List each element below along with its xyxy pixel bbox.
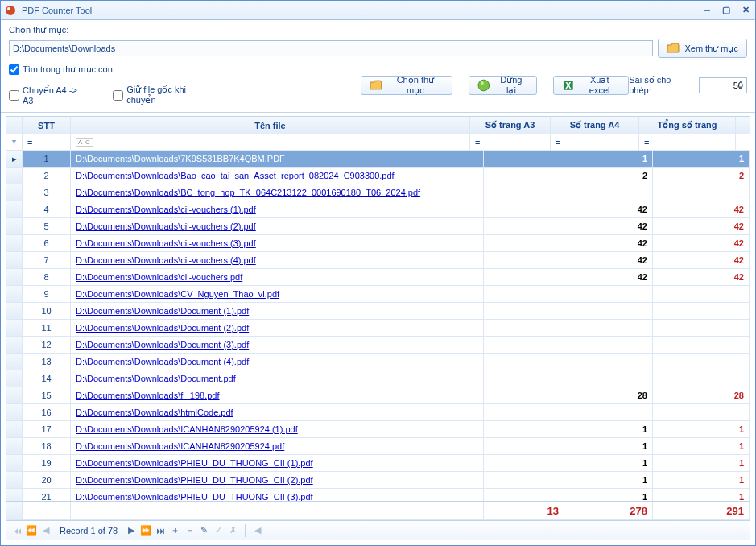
table-row[interactable]: 9D:\Documents\Downloads\CV_Nguyen_Thao_v… <box>6 286 750 303</box>
file-link[interactable]: D:\Documents\Downloads\7K9S531BB7K4QBM.P… <box>76 154 285 163</box>
table-row[interactable]: 21D:\Documents\Downloads\PHIEU_DU_THUONG… <box>6 489 750 501</box>
cell-a3 <box>484 438 564 454</box>
nav-last-button[interactable]: ⏭ <box>155 525 166 536</box>
nav-add-button[interactable]: ＋ <box>169 525 180 536</box>
export-excel-button[interactable]: X Xuất excel <box>553 76 630 95</box>
svg-point-3 <box>481 81 484 85</box>
grid-body[interactable]: ▸1D:\Documents\Downloads\7K9S531BB7K4QBM… <box>6 151 750 501</box>
col-a3-header[interactable]: Số trang A3 <box>470 117 551 134</box>
file-link[interactable]: D:\Documents\Downloads\htmlCode.pdf <box>76 407 233 417</box>
filter-total[interactable]: = <box>639 134 736 150</box>
table-row[interactable]: 6D:\Documents\Downloads\cii-vouchers (3)… <box>6 235 750 252</box>
file-link[interactable]: D:\Documents\Downloads\PHIEU_DU_THUONG_C… <box>76 492 313 501</box>
file-link[interactable]: D:\Documents\Downloads\BC_tong_hop_TK_06… <box>76 188 420 197</box>
file-link[interactable]: D:\Documents\Downloads\cii-vouchers.pdf <box>76 272 242 282</box>
minimize-button[interactable]: ─ <box>700 4 713 17</box>
filter-indicator[interactable] <box>6 134 23 150</box>
view-directory-button[interactable]: Xem thư mục <box>658 39 747 58</box>
row-indicator <box>6 252 23 268</box>
table-row[interactable]: 19D:\Documents\Downloads\PHIEU_DU_THUONG… <box>6 455 750 472</box>
file-link[interactable]: D:\Documents\Downloads\ICANHAN8290205924… <box>76 441 284 451</box>
file-link[interactable]: D:\Documents\Downloads\cii-vouchers (3).… <box>76 238 256 248</box>
stop-button[interactable]: Dừng lại <box>469 76 537 95</box>
file-link[interactable]: D:\Documents\Downloads\Document (1).pdf <box>76 306 249 316</box>
col-total-header[interactable]: Tổng số trang <box>639 117 736 134</box>
record-navigator: ⏮ ⏪ ◀ Record 1 of 78 ▶ ⏩ ⏭ ＋ － ✎ ✓ ✗ ◀ <box>6 521 750 540</box>
nav-next-page-button[interactable]: ⏩ <box>140 525 151 536</box>
filter-file[interactable]: A C <box>71 134 470 150</box>
keep-original-checkbox[interactable]: Giữ file gốc khi chuyển <box>113 85 216 105</box>
cell-a3 <box>484 421 564 437</box>
col-stt-header[interactable]: STT <box>23 117 71 134</box>
table-row[interactable]: 2D:\Documents\Downloads\Bao_cao_tai_san_… <box>6 168 750 184</box>
filter-a3[interactable]: = <box>470 134 551 150</box>
choose-directory-button[interactable]: Chọn thư mục <box>361 76 452 95</box>
filter-a4[interactable]: = <box>551 134 639 150</box>
maximize-button[interactable]: ▢ <box>720 4 733 17</box>
table-row[interactable]: 18D:\Documents\Downloads\ICANHAN82902059… <box>6 438 750 455</box>
table-row[interactable]: 12D:\Documents\Downloads\Document (3).pd… <box>6 337 750 354</box>
filter-stt[interactable]: = <box>23 134 71 150</box>
row-indicator <box>6 286 23 302</box>
cell-file: D:\Documents\Downloads\Bao_cao_tai_san_A… <box>71 168 484 184</box>
nav-edit-button[interactable]: ✎ <box>198 525 209 536</box>
cell-stt: 15 <box>23 387 71 403</box>
row-indicator <box>6 404 23 420</box>
file-link[interactable]: D:\Documents\Downloads\cii-vouchers (2).… <box>76 221 256 231</box>
file-link[interactable]: D:\Documents\Downloads\Document (2).pdf <box>76 323 249 333</box>
close-button[interactable]: ✕ <box>739 4 752 17</box>
cell-stt: 12 <box>23 337 71 353</box>
cell-a3 <box>484 184 564 201</box>
col-a4-header[interactable]: Số trang A4 <box>551 117 639 134</box>
nav-check-button[interactable]: ✓ <box>213 525 224 536</box>
nav-first-button[interactable]: ⏮ <box>11 525 23 536</box>
table-row[interactable]: 11D:\Documents\Downloads\Document (2).pd… <box>6 320 750 337</box>
table-row[interactable]: 8D:\Documents\Downloads\cii-vouchers.pdf… <box>6 269 750 286</box>
table-row[interactable]: 5D:\Documents\Downloads\cii-vouchers (2)… <box>6 218 750 235</box>
col-file-header[interactable]: Tên file <box>71 117 470 134</box>
table-row[interactable]: 13D:\Documents\Downloads\Document (4).pd… <box>6 354 750 370</box>
convert-a4-a3-checkbox[interactable]: Chuyển A4 -> A3 <box>9 85 89 105</box>
nav-left-button[interactable]: ◀ <box>252 525 263 536</box>
file-link[interactable]: D:\Documents\Downloads\PHIEU_DU_THUONG_C… <box>76 475 313 485</box>
table-row[interactable]: 17D:\Documents\Downloads\ICANHAN82902059… <box>6 421 750 438</box>
nav-cancel-button[interactable]: ✗ <box>227 525 238 536</box>
file-link[interactable]: D:\Documents\Downloads\ICANHAN8290205924… <box>76 424 298 434</box>
file-link[interactable]: D:\Documents\Downloads\CV_Nguyen_Thao_vi… <box>76 289 279 299</box>
file-link[interactable]: D:\Documents\Downloads\PHIEU_DU_THUONG_C… <box>76 458 313 468</box>
search-subfolders-checkbox[interactable]: Tìm trong thư mục con <box>9 64 216 75</box>
table-row[interactable]: 16D:\Documents\Downloads\htmlCode.pdf <box>6 404 750 421</box>
nav-next-button[interactable]: ▶ <box>126 525 137 536</box>
nav-prev-page-button[interactable]: ⏪ <box>26 525 37 536</box>
file-link[interactable]: D:\Documents\Downloads\cii-vouchers (4).… <box>76 255 256 265</box>
table-row[interactable]: 10D:\Documents\Downloads\Document (1).pd… <box>6 303 750 320</box>
spinner-buttons[interactable]: ▲ ▼ <box>735 78 746 91</box>
filter-abc-icon: A C <box>76 138 93 147</box>
file-link[interactable]: D:\Documents\Downloads\Document.pdf <box>76 374 236 383</box>
spin-up-icon[interactable]: ▲ <box>735 78 746 85</box>
directory-input[interactable] <box>9 40 653 56</box>
file-link[interactable]: D:\Documents\Downloads\cii-vouchers (1).… <box>76 205 256 214</box>
table-row[interactable]: 20D:\Documents\Downloads\PHIEU_DU_THUONG… <box>6 472 750 489</box>
table-row[interactable]: 4D:\Documents\Downloads\cii-vouchers (1)… <box>6 201 750 218</box>
spin-down-icon[interactable]: ▼ <box>735 85 746 91</box>
cell-a4: 1 <box>564 151 653 167</box>
file-link[interactable]: D:\Documents\Downloads\Bao_cao_tai_san_A… <box>76 171 395 180</box>
table-row[interactable]: 14D:\Documents\Downloads\Document.pdf <box>6 370 750 387</box>
file-link[interactable]: D:\Documents\Downloads\Document (3).pdf <box>76 340 249 350</box>
table-row[interactable]: ▸1D:\Documents\Downloads\7K9S531BB7K4QBM… <box>6 151 750 168</box>
table-row[interactable]: 7D:\Documents\Downloads\cii-vouchers (4)… <box>6 252 750 269</box>
table-row[interactable]: 3D:\Documents\Downloads\BC_tong_hop_TK_0… <box>6 184 750 201</box>
cell-a4: 42 <box>564 252 653 268</box>
file-link[interactable]: D:\Documents\Downloads\Document (4).pdf <box>76 357 249 366</box>
stop-icon <box>477 79 490 92</box>
nav-delete-button[interactable]: － <box>184 525 195 536</box>
table-row[interactable]: 15D:\Documents\Downloads\fl_198.pdf2828 <box>6 387 750 404</box>
row-indicator <box>6 184 23 201</box>
keep-original-label: Giữ file gốc khi chuyển <box>126 85 216 105</box>
file-link[interactable]: D:\Documents\Downloads\fl_198.pdf <box>76 391 220 400</box>
cell-a3 <box>484 151 564 167</box>
nav-prev-button[interactable]: ◀ <box>40 525 52 536</box>
cell-a3 <box>484 472 564 488</box>
error-margin-label: Sai số cho phép: <box>629 75 694 95</box>
